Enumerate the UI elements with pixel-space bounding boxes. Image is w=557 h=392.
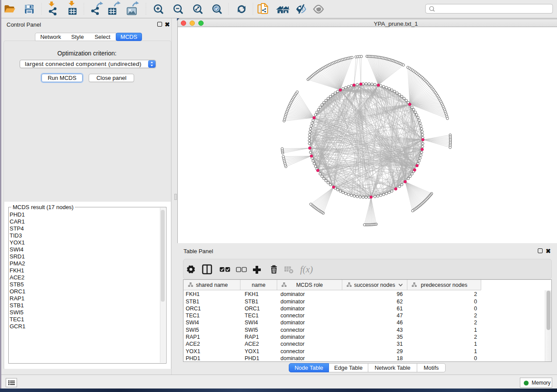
svg-text:successor nodes: successor nodes: [354, 282, 395, 288]
svg-text:f(x): f(x): [300, 264, 313, 275]
svg-text:predecessor nodes: predecessor nodes: [421, 282, 467, 288]
svg-text:name: name: [252, 282, 265, 288]
svg-text:MCDS role: MCDS role: [296, 282, 323, 288]
svg-text:shared name: shared name: [196, 282, 228, 288]
